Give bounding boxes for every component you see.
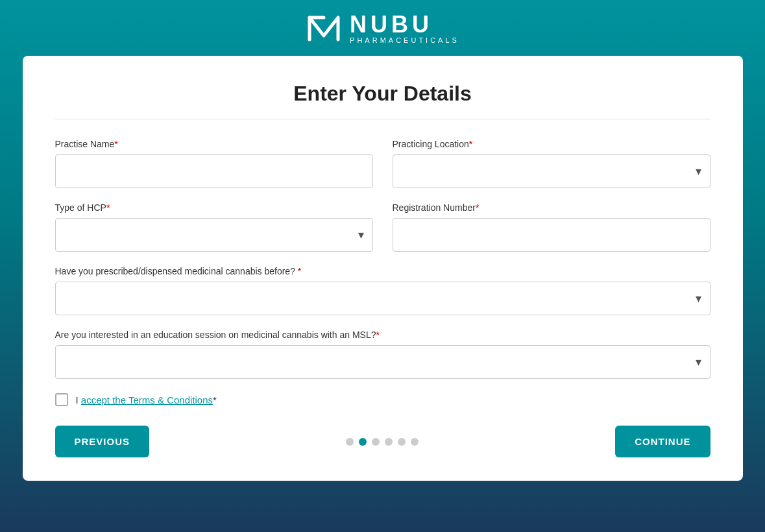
dot-4 — [385, 438, 393, 446]
registration-number-group: Registration Number* — [393, 202, 710, 252]
previous-button[interactable]: PREVIOUS — [55, 426, 150, 457]
dot-2 — [359, 438, 367, 446]
logo-text: NUBU PHARMACEUTICALS — [350, 13, 459, 44]
type-hcp-label: Type of HCP* — [55, 202, 373, 213]
education-question-select[interactable]: Yes No — [55, 345, 710, 379]
dot-6 — [411, 438, 419, 446]
dot-3 — [372, 438, 380, 446]
logo-name: NUBU — [350, 13, 459, 36]
practise-name-group: Practise Name* — [55, 139, 373, 188]
practise-name-label: Practise Name* — [55, 139, 373, 149]
education-question-label: Are you interested in an education sessi… — [55, 330, 710, 340]
header: NUBU PHARMACEUTICALS — [0, 0, 765, 56]
education-question-group: Are you interested in an education sessi… — [55, 330, 710, 379]
type-hcp-select[interactable]: General Practitioner Specialist Nurse Ph… — [55, 218, 373, 252]
progress-dots — [346, 438, 419, 446]
registration-number-label: Registration Number* — [393, 202, 710, 213]
practise-name-input[interactable] — [55, 154, 373, 188]
logo: NUBU PHARMACEUTICALS — [306, 13, 459, 44]
terms-checkbox[interactable] — [55, 393, 68, 406]
footer-row: PREVIOUS CONTINUE — [55, 426, 710, 457]
education-question-wrapper: Yes No ▾ — [55, 345, 710, 379]
form-card: Enter Your Details Practise Name* Practi… — [23, 56, 743, 481]
nubu-logo-icon — [306, 14, 342, 43]
row-4: Are you interested in an education sessi… — [55, 330, 710, 379]
cannabis-question-wrapper: Yes No ▾ — [55, 282, 710, 315]
continue-button[interactable]: CONTINUE — [615, 426, 710, 457]
practicing-location-wrapper: New South Wales Victoria Queensland West… — [393, 154, 710, 188]
logo-sub: PHARMACEUTICALS — [350, 36, 459, 44]
cannabis-question-label: Have you prescribed/dispensed medicinal … — [55, 266, 710, 276]
practicing-location-select[interactable]: New South Wales Victoria Queensland West… — [393, 154, 710, 188]
practicing-location-group: Practicing Location* New South Wales Vic… — [393, 139, 710, 188]
cannabis-question-group: Have you prescribed/dispensed medicinal … — [55, 266, 710, 315]
terms-row: I accept the Terms & Conditions* — [55, 393, 710, 406]
dot-1 — [346, 438, 354, 446]
page-title: Enter Your Details — [55, 82, 710, 119]
row-2: Type of HCP* General Practitioner Specia… — [55, 202, 710, 252]
dot-5 — [398, 438, 406, 446]
registration-number-input[interactable] — [393, 218, 710, 252]
cannabis-question-select[interactable]: Yes No — [55, 282, 710, 315]
row-1: Practise Name* Practicing Location* New … — [55, 139, 710, 188]
row-3: Have you prescribed/dispensed medicinal … — [55, 266, 710, 315]
type-hcp-wrapper: General Practitioner Specialist Nurse Ph… — [55, 218, 373, 252]
terms-label: I accept the Terms & Conditions* — [76, 394, 217, 405]
terms-link[interactable]: accept the Terms & Conditions — [81, 394, 213, 405]
terms-required: * — [213, 394, 217, 405]
type-hcp-group: Type of HCP* General Practitioner Specia… — [55, 202, 373, 252]
practicing-location-label: Practicing Location* — [393, 139, 710, 149]
